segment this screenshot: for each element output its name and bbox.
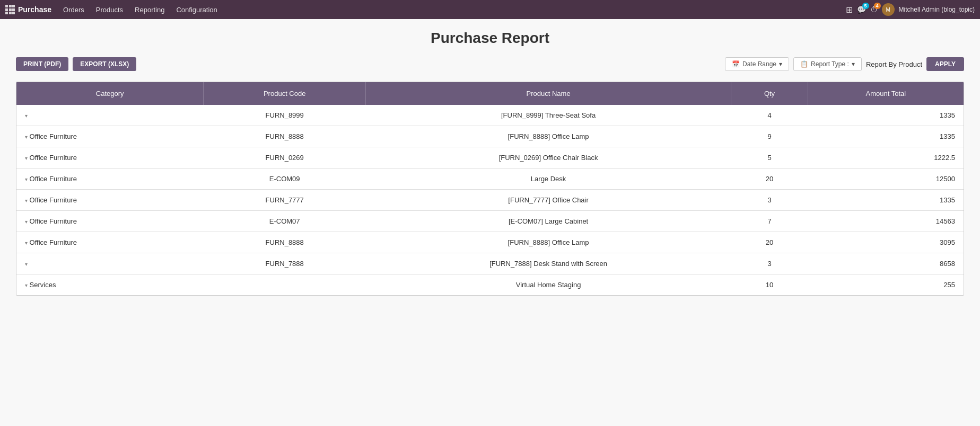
table-header-row: Category Product Code Product Name Qty A… (16, 82, 964, 105)
table-row: ▾ Office FurnitureE-COM07[E-COM07] Large… (16, 211, 964, 232)
cell-product-name: Virtual Home Staging (365, 274, 731, 296)
report-table: Category Product Code Product Name Qty A… (16, 82, 964, 295)
cell-category: ▾ Office Furniture (16, 211, 204, 232)
table-row: ▾ Office FurnitureFURN_0269[FURN_0269] O… (16, 147, 964, 168)
cell-product-code: FURN_8888 (204, 232, 366, 253)
cell-product-code (204, 274, 366, 296)
print-pdf-button[interactable]: PRINT (PDF) (16, 57, 68, 71)
cell-amount: 1335 (808, 126, 964, 147)
cell-qty: 10 (731, 274, 808, 296)
page-title: Purchase Report (16, 30, 964, 47)
toolbar-right: 📅 Date Range ▾ 📋 Report Type : ▾ Report … (725, 57, 964, 71)
report-type-label: Report Type : (811, 60, 849, 68)
cell-product-name: Large Desk (365, 168, 731, 190)
date-range-button[interactable]: 📅 Date Range ▾ (725, 57, 789, 71)
report-table-container: Category Product Code Product Name Qty A… (16, 82, 964, 296)
avatar-initials: M (886, 7, 890, 13)
apps-icon[interactable]: ⊞ (846, 5, 853, 15)
cell-amount: 1335 (808, 105, 964, 126)
username[interactable]: Mitchell Admin (blog_topic) (899, 6, 975, 13)
table-row: ▾ Office FurnitureFURN_8888[FURN_8888] O… (16, 126, 964, 147)
header-category: Category (16, 82, 204, 105)
cell-amount: 1222.5 (808, 147, 964, 168)
cell-category: ▾ (16, 253, 204, 274)
cell-product-code: FURN_8999 (204, 105, 366, 126)
cell-qty: 7 (731, 211, 808, 232)
toolbar-left: PRINT (PDF) EXPORT (XLSX) (16, 57, 136, 71)
clock-icon[interactable]: ⏱ 4 (870, 5, 878, 14)
cell-product-code: FURN_8888 (204, 126, 366, 147)
date-range-label: Date Range (742, 60, 776, 68)
header-amount-total: Amount Total (808, 82, 964, 105)
cell-category: ▾ Office Furniture (16, 232, 204, 253)
menu-products[interactable]: Products (91, 4, 128, 16)
cell-product-code: FURN_0269 (204, 147, 366, 168)
top-menu: Orders Products Reporting Configuration (58, 4, 844, 16)
cell-category: ▾ (16, 105, 204, 126)
top-right-actions: ⊞ 💬 5 ⏱ 4 M Mitchell Admin (blog_topic) (846, 3, 975, 16)
cell-product-name: [E-COM07] Large Cabinet (365, 211, 731, 232)
cell-qty: 4 (731, 105, 808, 126)
cell-product-name: [FURN_8888] Office Lamp (365, 232, 731, 253)
cell-qty: 5 (731, 147, 808, 168)
cell-category: ▾ Services (16, 274, 204, 296)
menu-reporting[interactable]: Reporting (129, 4, 170, 16)
header-product-name: Product Name (365, 82, 731, 105)
cell-qty: 20 (731, 232, 808, 253)
grid-icon (5, 5, 15, 14)
menu-configuration[interactable]: Configuration (171, 4, 222, 16)
report-type-icon: 📋 (800, 60, 808, 68)
cell-qty: 20 (731, 168, 808, 190)
top-navigation: Purchase Orders Products Reporting Confi… (0, 0, 980, 19)
menu-orders[interactable]: Orders (58, 4, 90, 16)
cell-product-name: [FURN_8888] Office Lamp (365, 126, 731, 147)
calendar-icon: 📅 (732, 60, 740, 68)
cell-product-name: [FURN_7777] Office Chair (365, 190, 731, 211)
export-xlsx-button[interactable]: EXPORT (XLSX) (73, 57, 136, 71)
table-row: ▾FURN_7888[FURN_7888] Desk Stand with Sc… (16, 253, 964, 274)
cell-product-name: [FURN_8999] Three-Seat Sofa (365, 105, 731, 126)
cell-category: ▾ Office Furniture (16, 147, 204, 168)
cell-amount: 14563 (808, 211, 964, 232)
cell-product-code: FURN_7888 (204, 253, 366, 274)
cell-category: ▾ Office Furniture (16, 126, 204, 147)
cell-amount: 3095 (808, 232, 964, 253)
main-content: Purchase Report PRINT (PDF) EXPORT (XLSX… (0, 19, 980, 426)
table-row: ▾ ServicesVirtual Home Staging10255 (16, 274, 964, 296)
cell-amount: 12500 (808, 168, 964, 190)
table-row: ▾FURN_8999[FURN_8999] Three-Seat Sofa413… (16, 105, 964, 126)
date-range-chevron: ▾ (779, 60, 782, 68)
cell-qty: 3 (731, 190, 808, 211)
cell-product-name: [FURN_7888] Desk Stand with Screen (365, 253, 731, 274)
header-qty: Qty (731, 82, 808, 105)
cell-amount: 8658 (808, 253, 964, 274)
cell-product-code: FURN_7777 (204, 190, 366, 211)
cell-amount: 1335 (808, 190, 964, 211)
toolbar: PRINT (PDF) EXPORT (XLSX) 📅 Date Range ▾… (16, 57, 964, 71)
header-product-code: Product Code (204, 82, 366, 105)
cell-qty: 3 (731, 253, 808, 274)
app-logo[interactable]: Purchase (5, 5, 51, 14)
chat-icon[interactable]: 💬 5 (857, 5, 866, 14)
clock-badge: 4 (874, 3, 881, 9)
cell-product-name: [FURN_0269] Office Chair Black (365, 147, 731, 168)
table-row: ▾ Office FurnitureFURN_7777[FURN_7777] O… (16, 190, 964, 211)
avatar[interactable]: M (882, 3, 895, 16)
cell-product-code: E-COM09 (204, 168, 366, 190)
cell-product-code: E-COM07 (204, 211, 366, 232)
report-type-button[interactable]: 📋 Report Type : ▾ (793, 57, 862, 71)
cell-amount: 255 (808, 274, 964, 296)
cell-category: ▾ Office Furniture (16, 168, 204, 190)
cell-category: ▾ Office Furniture (16, 190, 204, 211)
app-name: Purchase (18, 5, 51, 14)
report-type-chevron: ▾ (852, 60, 855, 68)
apply-button[interactable]: APPLY (926, 57, 964, 71)
table-row: ▾ Office FurnitureE-COM09Large Desk20125… (16, 168, 964, 190)
report-type-value: Report By Product (866, 60, 922, 68)
cell-qty: 9 (731, 126, 808, 147)
chat-badge: 5 (862, 3, 869, 9)
table-row: ▾ Office FurnitureFURN_8888[FURN_8888] O… (16, 232, 964, 253)
